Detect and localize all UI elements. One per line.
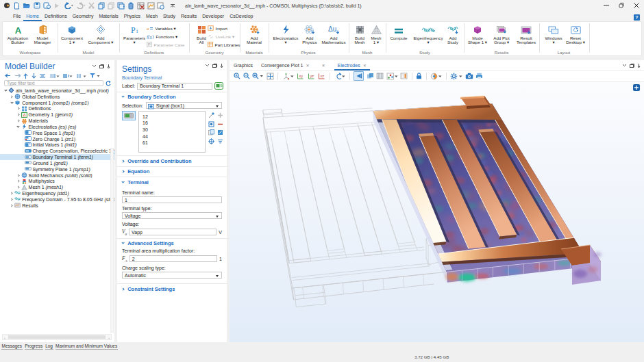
svg-text:a: a	[147, 26, 149, 31]
svg-text:P: P	[148, 42, 151, 47]
svg-text:A: A	[14, 25, 21, 34]
svg-text:Δu: Δu	[328, 25, 336, 33]
svg-text:xy: xy	[299, 74, 304, 78]
svg-text:xz: xz	[321, 74, 325, 78]
svg-text:i: i	[136, 28, 138, 34]
svg-text:f(x): f(x)	[147, 34, 154, 39]
svg-text:yz: yz	[310, 74, 314, 78]
svg-text:P: P	[131, 25, 136, 34]
